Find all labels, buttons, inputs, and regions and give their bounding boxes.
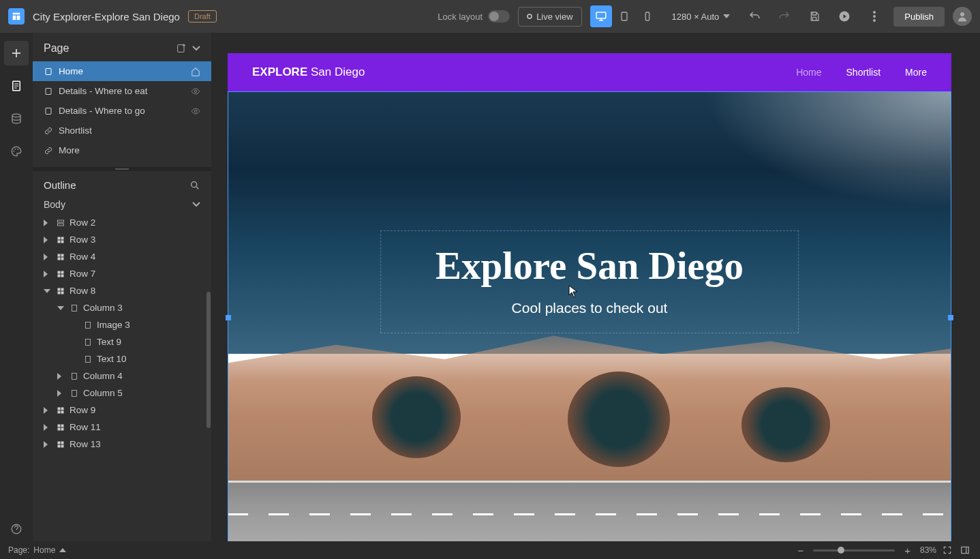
page-icon [44, 67, 53, 76]
page-item[interactable]: Details - Where to eat [33, 81, 211, 101]
chevron-icon[interactable] [44, 407, 52, 414]
hero-section[interactable]: Explore San Diego Cool places to check o… [228, 91, 951, 541]
site-nav-links: HomeShortlistMore [796, 67, 927, 78]
redo-button[interactable] [774, 5, 795, 27]
chevron-down-icon [192, 202, 200, 207]
preview-button[interactable] [833, 5, 855, 27]
user-icon [956, 10, 968, 22]
site-nav-link[interactable]: Home [796, 67, 821, 78]
svg-rect-31 [61, 257, 64, 260]
undo-button[interactable] [744, 5, 765, 27]
outline-search-button[interactable] [189, 180, 200, 191]
device-tablet-button[interactable] [613, 5, 635, 27]
pages-collapse-button[interactable] [192, 46, 200, 51]
outline-item[interactable]: Text 10 [33, 350, 211, 367]
outline-item-label: Row 11 [70, 422, 101, 432]
outline-item[interactable]: Image 3 [33, 316, 211, 333]
svg-rect-55 [61, 441, 64, 444]
site-brand: EXPLORE San Diego [252, 65, 365, 79]
outline-item[interactable]: Row 11 [33, 419, 211, 436]
outline-item[interactable]: Row 3 [33, 231, 211, 248]
bottombar-page-prefix: Page: [8, 545, 29, 555]
zoom-slider[interactable] [813, 549, 895, 552]
palette-icon [10, 145, 22, 157]
svg-rect-57 [61, 444, 64, 447]
chevron-icon[interactable] [44, 441, 52, 448]
outline-item[interactable]: Column 3 [33, 299, 211, 316]
live-view-label: Live view [536, 12, 572, 22]
chevron-icon[interactable] [44, 289, 52, 293]
save-button[interactable] [803, 5, 825, 27]
outline-body-header[interactable]: Body [33, 195, 211, 214]
app-logo[interactable] [8, 8, 25, 25]
outline-item[interactable]: Row 4 [33, 248, 211, 265]
outline-item[interactable]: Row 8 [33, 282, 211, 299]
svg-point-18 [194, 90, 197, 93]
chevron-icon[interactable] [57, 306, 65, 310]
chevron-icon[interactable] [44, 237, 52, 243]
chevron-icon[interactable] [57, 390, 65, 397]
outline-item[interactable]: Row 2 [33, 214, 211, 231]
page-item[interactable]: More [33, 140, 211, 160]
svg-rect-33 [61, 271, 64, 273]
bottombar-page-selector[interactable]: Page: Home [8, 545, 66, 555]
page-item-label: Home [59, 66, 83, 76]
more-menu-button[interactable] [863, 5, 885, 27]
help-button[interactable] [4, 517, 29, 541]
hidden-icon [191, 106, 200, 116]
zoom-slider-thumb[interactable] [838, 547, 844, 554]
device-mobile-button[interactable] [637, 5, 658, 27]
zoom-in-button[interactable]: + [902, 545, 913, 556]
page-item-label: Shortlist [59, 125, 92, 136]
add-element-button[interactable] [4, 41, 29, 65]
chevron-icon[interactable] [44, 254, 52, 260]
theme-tab-button[interactable] [4, 139, 29, 164]
panel-divider[interactable] [33, 167, 211, 171]
svg-rect-53 [61, 427, 64, 430]
svg-rect-3 [645, 12, 649, 20]
site-brand-light: San Diego [307, 65, 365, 78]
chevron-icon[interactable] [44, 220, 52, 226]
page-item[interactable]: Details - Where to go [33, 101, 211, 121]
chevron-icon[interactable] [44, 271, 52, 277]
chevron-icon[interactable] [57, 373, 65, 380]
zoom-percent-label: 83% [920, 545, 936, 555]
site-nav-link[interactable]: More [905, 67, 927, 78]
grid-icon [56, 236, 65, 244]
outline-item[interactable]: Column 5 [33, 384, 211, 402]
hero-content[interactable]: Explore San Diego Cool places to check o… [380, 230, 799, 333]
page-item[interactable]: Home [33, 61, 211, 81]
project-title: City Explorer-Explore San Diego [33, 11, 180, 22]
outline-item[interactable]: Column 4 [33, 367, 211, 384]
redo-icon [778, 10, 791, 22]
canvas-area[interactable]: EXPLORE San Diego HomeShortlistMore Expl… [211, 33, 980, 541]
hero-title[interactable]: Explore San Diego [435, 243, 744, 288]
zoom-out-button[interactable]: − [795, 545, 806, 556]
outline-scrollbar-thumb[interactable] [206, 292, 211, 428]
outline-item[interactable]: Text 9 [33, 333, 211, 350]
outline-item[interactable]: Row 7 [33, 265, 211, 282]
chevron-icon[interactable] [44, 424, 52, 431]
svg-rect-25 [61, 237, 64, 239]
outline-item[interactable]: Row 13 [33, 436, 211, 453]
live-view-button[interactable]: Live view [518, 7, 581, 27]
svg-rect-24 [58, 237, 61, 239]
hero-subtitle[interactable]: Cool places to check out [435, 300, 744, 316]
user-avatar[interactable] [953, 7, 972, 26]
outline-item[interactable]: Row 9 [33, 402, 211, 419]
outline-item-label: Row 8 [70, 286, 95, 296]
site-nav-link[interactable]: Shortlist [846, 67, 881, 78]
publish-button[interactable]: Publish [893, 7, 945, 27]
fit-screen-button[interactable] [940, 543, 954, 557]
add-page-button[interactable] [176, 43, 187, 54]
lock-layout-toggle[interactable] [488, 10, 510, 22]
col-icon [83, 338, 93, 346]
pages-section-title: Page [44, 42, 69, 55]
toggle-panel-button[interactable] [958, 543, 972, 557]
page-item[interactable]: Shortlist [33, 121, 211, 140]
data-tab-button[interactable] [4, 106, 29, 131]
pages-tab-button[interactable] [4, 74, 29, 98]
device-desktop-button[interactable] [590, 5, 612, 27]
viewport-size-selector[interactable]: 1280 × Auto [667, 12, 736, 22]
col-icon [70, 304, 79, 312]
